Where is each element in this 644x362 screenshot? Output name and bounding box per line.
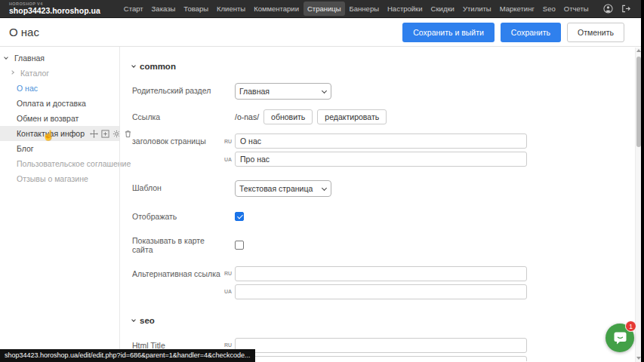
tree-item-payment-delivery[interactable]: Оплата и доставка	[0, 96, 119, 111]
template-select[interactable]: Текстовая страница	[235, 180, 331, 197]
chevron-down-icon[interactable]	[5, 57, 12, 59]
template-row: Шаблон Текстовая страница	[132, 180, 644, 197]
menu-item-products[interactable]: Товары	[180, 2, 212, 16]
page-title-ru-row: RU	[224, 133, 527, 149]
topbar-icons	[603, 4, 630, 14]
alt-link-row: Альтернативная ссылка RU UA	[132, 266, 644, 299]
vertical-scrollbar[interactable]	[635, 48, 641, 362]
alt-link-label: Альтернативная ссылка	[132, 266, 224, 279]
menu-item-seo[interactable]: Seo	[539, 2, 559, 16]
tree-item-label: Пользовательское соглашение	[17, 159, 131, 168]
section-title: common	[140, 62, 176, 71]
chat-widget-button[interactable]: 1	[605, 324, 634, 352]
page-title-ua-input[interactable]	[235, 152, 527, 167]
menu-item-banners[interactable]: Баннеры	[346, 2, 383, 16]
parent-section-label: Родительский раздел	[132, 83, 224, 96]
lang-badge-ru: RU	[224, 342, 232, 348]
menu-item-pages[interactable]: Страницы	[304, 2, 345, 16]
menu-item-utilities[interactable]: Утилиты	[459, 2, 495, 16]
html-title-ua-input[interactable]	[235, 356, 527, 361]
tree-item-label: О нас	[17, 84, 38, 93]
move-icon[interactable]	[90, 130, 98, 138]
save-button[interactable]: Сохранить	[501, 23, 561, 42]
alt-link-ua-input[interactable]	[235, 284, 527, 299]
tree-item-home[interactable]: Главная	[0, 51, 119, 66]
display-row: Отображать	[132, 212, 644, 222]
section-header-seo[interactable]: seo	[122, 316, 644, 325]
menu-item-comments[interactable]: Комментарии	[250, 2, 303, 16]
html-title-label: Html Title	[132, 341, 165, 350]
link-label: Ссылка	[132, 109, 224, 122]
html-title-ru-input[interactable]	[235, 338, 527, 353]
html-title-inputs: RU UA	[224, 338, 527, 361]
chat-bubble-icon	[612, 331, 628, 345]
account-icon[interactable]	[603, 4, 613, 14]
tree-item-catalog[interactable]: Каталог	[0, 66, 119, 81]
link-control: /o-nas/ обновить редактировать	[235, 109, 387, 124]
menu-item-marketing[interactable]: Маркетинг	[496, 2, 538, 16]
link-value: /o-nas/	[235, 112, 259, 121]
content-area: Главная Каталог О нас Оплата и доставка …	[0, 47, 644, 361]
page-title-inputs: RU UA	[224, 133, 527, 167]
alt-link-inputs: RU UA	[224, 266, 527, 299]
page-title-row: заголовок страницы RU UA	[132, 133, 644, 167]
tree-item-label: Каталог	[20, 69, 49, 78]
section-header-common[interactable]: common	[122, 62, 644, 71]
chevron-right-icon[interactable]	[11, 72, 18, 74]
tree-item-store-reviews[interactable]: Отзывы о магазине	[0, 171, 119, 186]
tree-item-about-us[interactable]: О нас	[0, 81, 119, 96]
alt-link-ua-row: UA	[224, 284, 527, 299]
top-navigation-bar: HOROSHOP V4 shop34423.horoshop.ua Старт …	[0, 0, 644, 18]
cancel-button[interactable]: Отменить	[567, 23, 624, 42]
lang-badge-ru: RU	[224, 271, 232, 276]
menu-item-reports[interactable]: Отчеты	[560, 2, 593, 16]
logout-icon[interactable]	[621, 4, 630, 14]
page-edit-form: common Родительский раздел Главная Ссылк…	[119, 47, 644, 361]
display-label: Отображать	[132, 212, 224, 222]
page-title-ua-row: UA	[224, 152, 527, 167]
page-header: О нас Сохранить и выйти Сохранить Отмени…	[0, 18, 644, 47]
sitemap-checkbox[interactable]	[235, 241, 244, 250]
save-and-exit-button[interactable]: Сохранить и выйти	[402, 23, 495, 42]
lang-badge-ua: UA	[224, 289, 232, 294]
template-select-wrap: Текстовая страница	[235, 180, 331, 197]
tree-item-exchange-return[interactable]: Обмен и возврат	[0, 111, 119, 126]
tree-item-user-agreement[interactable]: Пользовательское соглашение	[0, 156, 119, 171]
lang-badge-ru: RU	[224, 139, 232, 144]
tree-item-label: Оплата и доставка	[17, 99, 86, 108]
template-label: Шаблон	[132, 180, 224, 193]
chevron-down-icon	[131, 63, 136, 68]
link-edit-button[interactable]: редактировать	[317, 109, 387, 124]
link-preview-statusbar: shop34423.horoshop.ua/edit/edit.php?id=6…	[0, 349, 255, 362]
brand-domain-label: shop34423.horoshop.ua	[9, 7, 100, 15]
brand-logo[interactable]: HOROSHOP V4 shop34423.horoshop.ua	[9, 2, 100, 15]
header-buttons: Сохранить и выйти Сохранить Отменить	[402, 23, 624, 42]
tree-item-label: Отзывы о магазине	[17, 174, 88, 183]
tree-item-label: Контактная инфор	[17, 129, 85, 138]
sitemap-row: Показывать в карте сайта	[132, 236, 644, 255]
main-menu: Старт Заказы Товары Клиенты Комментарии …	[120, 2, 593, 16]
tree-item-label: Главная	[14, 54, 45, 63]
sitemap-label: Показывать в карте сайта	[132, 236, 224, 255]
tree-item-label: Обмен и возврат	[17, 114, 79, 123]
menu-item-clients[interactable]: Клиенты	[213, 2, 249, 16]
tree-item-blog[interactable]: Блог	[0, 141, 119, 156]
page-title-ru-input[interactable]	[235, 133, 527, 149]
lang-badge-ua: UA	[224, 157, 232, 162]
tree-item-label: Блог	[17, 144, 34, 153]
tree-item-contact-info[interactable]: Контактная инфор	[0, 126, 119, 141]
display-checkbox[interactable]	[235, 212, 244, 221]
menu-item-start[interactable]: Старт	[120, 2, 147, 16]
page-title: О нас	[9, 26, 39, 38]
link-update-button[interactable]: обновить	[263, 109, 313, 124]
parent-section-select-wrap: Главная	[235, 83, 331, 100]
statusbar-url: shop34423.horoshop.ua/edit/edit.php?id=6…	[5, 351, 251, 359]
menu-item-orders[interactable]: Заказы	[148, 2, 180, 16]
menu-item-discounts[interactable]: Скидки	[427, 2, 458, 16]
menu-item-settings[interactable]: Настройки	[384, 2, 427, 16]
add-page-icon[interactable]	[101, 130, 109, 138]
html-title-ru-row: RU	[224, 338, 527, 353]
parent-section-select[interactable]: Главная	[235, 83, 331, 100]
section-title: seo	[140, 316, 155, 325]
alt-link-ru-input[interactable]	[235, 266, 527, 281]
